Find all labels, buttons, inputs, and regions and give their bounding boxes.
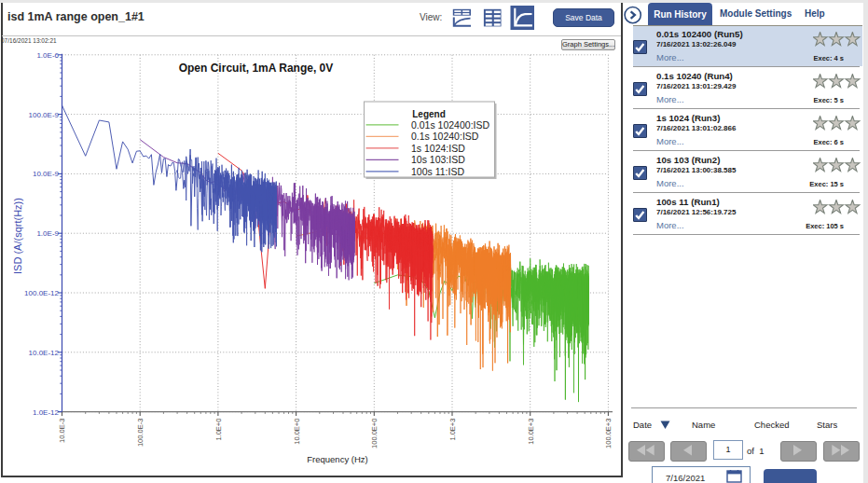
svg-text:100.0E+3: 100.0E+3 xyxy=(604,419,613,448)
svg-text:100.0E-9: 100.0E-9 xyxy=(29,111,60,119)
svg-text:1s 1024:ISD: 1s 1024:ISD xyxy=(411,143,465,154)
svg-text:ISD (A/(sqrt(Hz)): ISD (A/(sqrt(Hz)) xyxy=(12,198,23,274)
svg-text:10s 103:ISD: 10s 103:ISD xyxy=(411,154,465,165)
svg-text:10.0E-12: 10.0E-12 xyxy=(29,349,60,357)
svg-text:100.0E-12: 100.0E-12 xyxy=(24,289,59,297)
svg-text:10.0E+0: 10.0E+0 xyxy=(293,419,301,445)
svg-text:100s 11:ISD: 100s 11:ISD xyxy=(411,166,464,177)
svg-text:Legend: Legend xyxy=(412,109,446,119)
svg-text:10.0E+3: 10.0E+3 xyxy=(527,419,535,445)
svg-text:Open Circuit, 1mA Range, 0V: Open Circuit, 1mA Range, 0V xyxy=(179,62,334,75)
svg-text:10.0E-9: 10.0E-9 xyxy=(33,170,60,178)
svg-text:100.0E+0: 100.0E+0 xyxy=(370,419,379,448)
svg-text:1.0E-12: 1.0E-12 xyxy=(33,408,60,417)
svg-text:1.0E+0: 1.0E+0 xyxy=(214,419,223,441)
svg-text:1.0E+3: 1.0E+3 xyxy=(448,419,457,441)
svg-text:0.1s 10240:ISD: 0.1s 10240:ISD xyxy=(411,131,479,142)
svg-text:1.0E-9: 1.0E-9 xyxy=(36,229,59,238)
svg-text:Frequency (Hz): Frequency (Hz) xyxy=(307,454,367,464)
svg-text:1.0E-6: 1.0E-6 xyxy=(36,51,59,60)
svg-text:100.0E-3: 100.0E-3 xyxy=(136,419,145,447)
svg-text:0.01s 102400:ISD: 0.01s 102400:ISD xyxy=(411,119,489,131)
svg-text:10.0E-3: 10.0E-3 xyxy=(59,419,67,443)
